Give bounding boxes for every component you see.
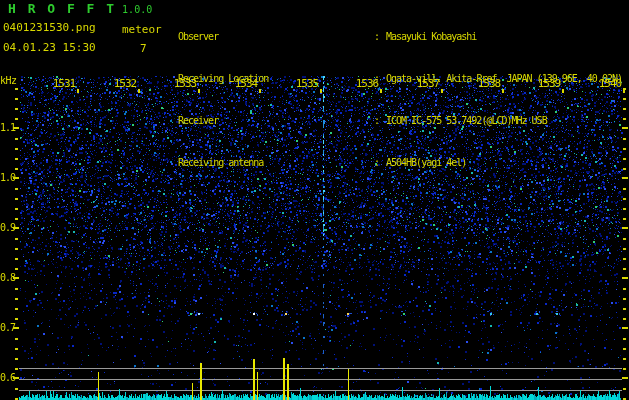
- x-axis-tick-label: 1534: [231, 77, 261, 90]
- y-axis-unit: kHz: [0, 75, 17, 86]
- x-axis-tick-label: 1536: [352, 77, 382, 90]
- metadata-label: Receiver: [178, 114, 374, 128]
- metadata-label: Receiving antenna: [178, 156, 374, 170]
- y-axis-tick-label: 0.7: [0, 322, 15, 333]
- y-axis-tick-label: 0.9: [0, 222, 15, 233]
- metadata-row: Receiving antenna:A504HB(yagi 4el): [178, 156, 622, 170]
- app-version: 1.0.0: [122, 4, 152, 15]
- x-axis-tick-label: 1531: [49, 77, 79, 90]
- x-axis-tick-label: 1539: [534, 77, 564, 90]
- session-datetime: 04.01.23 15:30: [3, 41, 96, 54]
- x-axis-tick-label: 1532: [110, 77, 140, 90]
- y-axis-tick-label: 0.8: [0, 272, 15, 283]
- x-axis-tick-label: 1540: [595, 77, 625, 90]
- metadata-row: Receiver:ICOM IC-575 53.7492(@LCD)MHz US…: [178, 114, 622, 128]
- x-axis-tick-label: 1535: [292, 77, 322, 90]
- x-axis-tick-label: 1533: [170, 77, 200, 90]
- x-axis-tick-label: 1538: [474, 77, 504, 90]
- mode-label: meteor: [122, 23, 162, 36]
- meteor-count: 7: [140, 42, 147, 55]
- metadata-block: Observer:Masayuki Kobayashi Receiving Lo…: [178, 2, 622, 198]
- y-axis-tick-label: 0.6: [0, 372, 15, 383]
- metadata-label: Observer: [178, 30, 374, 44]
- output-filename: 0401231530.png: [3, 21, 96, 34]
- y-axis-tick-label: 1.1: [0, 122, 15, 133]
- metadata-value: Masayuki Kobayashi: [386, 30, 476, 44]
- app-title: H R O F F T: [8, 1, 116, 16]
- y-axis-tick-label: 1.0: [0, 172, 15, 183]
- metadata-separator: :: [374, 156, 386, 170]
- metadata-separator: :: [374, 114, 386, 128]
- metadata-label: Receiving Location: [178, 72, 374, 86]
- metadata-row: Observer:Masayuki Kobayashi: [178, 30, 622, 44]
- x-axis-tick-label: 1537: [413, 77, 443, 90]
- app-title-row: H R O F F T1.0.0: [8, 1, 152, 16]
- metadata-value: ICOM IC-575 53.7492(@LCD)MHz USB: [386, 114, 547, 128]
- hrofft-screen: H R O F F T1.0.0 0401231530.png meteor 0…: [0, 0, 629, 400]
- metadata-separator: :: [374, 30, 386, 44]
- metadata-value: A504HB(yagi 4el): [386, 156, 466, 170]
